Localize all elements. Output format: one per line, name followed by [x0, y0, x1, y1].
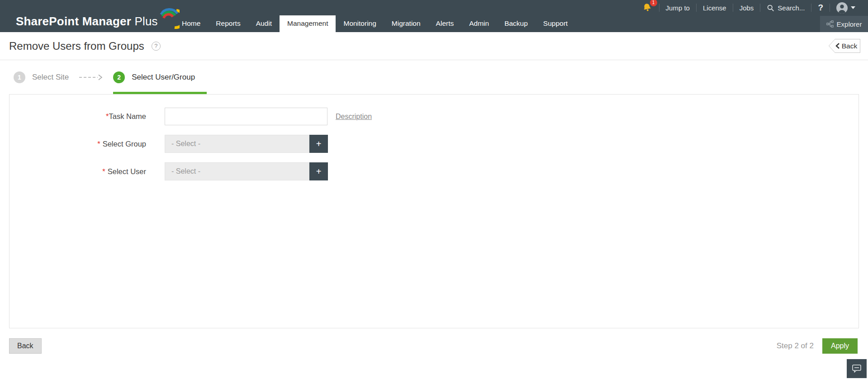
description-link[interactable]: Description	[336, 113, 372, 121]
select-group-row: *Select Group - Select - +	[9, 135, 859, 153]
step-select-user-group[interactable]: 2 Select User/Group	[113, 60, 207, 94]
tab-backup[interactable]: Backup	[497, 15, 536, 32]
apply-button[interactable]: Apply	[822, 338, 858, 354]
back-label: Back	[842, 42, 857, 50]
step-select-site[interactable]: 1 Select Site	[14, 60, 69, 94]
page-title-bar: Remove Users from Groups ? Back	[0, 32, 868, 60]
chevron-down-icon	[851, 6, 855, 9]
utility-bar: 1 Jump to License Jobs Search... ?	[638, 0, 862, 15]
search-button[interactable]: Search...	[760, 3, 811, 12]
page-help-icon[interactable]: ?	[152, 42, 161, 51]
tab-monitoring[interactable]: Monitoring	[336, 15, 384, 32]
tab-audit[interactable]: Audit	[248, 15, 280, 32]
tab-reports[interactable]: Reports	[208, 15, 248, 32]
step-label: Select User/Group	[132, 73, 195, 82]
add-user-button[interactable]: +	[309, 162, 328, 180]
avatar	[836, 2, 848, 14]
user-account-menu[interactable]	[830, 3, 862, 12]
back-button-bottom[interactable]: Back	[9, 338, 42, 354]
tab-migration[interactable]: Migration	[384, 15, 428, 32]
tab-support[interactable]: Support	[536, 15, 575, 32]
select-user-dropdown[interactable]: - Select -	[165, 162, 309, 180]
search-label: Search...	[778, 4, 805, 12]
brand-name: SharePoint Manager Plus	[16, 15, 158, 27]
step-indicator: Step 2 of 2	[777, 341, 814, 351]
task-name-input[interactable]	[165, 108, 327, 125]
back-button-top[interactable]: Back	[829, 39, 860, 53]
app-header: SharePoint Manager Plus 1 Jump to Licens…	[0, 0, 868, 32]
explorer-button[interactable]: Explorer	[820, 16, 868, 32]
tab-management[interactable]: Management	[280, 15, 336, 32]
chat-icon	[852, 364, 862, 373]
task-name-row: *Task Name Description	[9, 108, 859, 125]
required-mark: *	[97, 140, 100, 148]
page-title: Remove Users from Groups	[9, 40, 144, 52]
chevron-left-icon	[835, 43, 840, 49]
search-icon	[767, 4, 774, 12]
select-group-dropdown[interactable]: - Select -	[165, 135, 309, 153]
tab-admin[interactable]: Admin	[461, 15, 497, 32]
select-group-label: *Select Group	[9, 140, 146, 148]
tab-home[interactable]: Home	[174, 15, 208, 32]
step-arrow-icon	[79, 74, 103, 81]
step-number: 2	[113, 71, 125, 83]
step-label: Select Site	[32, 73, 69, 82]
jump-to-menu[interactable]: Jump to	[659, 3, 696, 12]
notifications-button[interactable]: 1	[638, 2, 659, 14]
tab-alerts[interactable]: Alerts	[428, 15, 462, 32]
task-name-label: *Task Name	[9, 112, 146, 121]
feedback-chat-button[interactable]	[847, 359, 867, 378]
select-user-row: *Select User - Select - +	[9, 162, 859, 180]
add-group-button[interactable]: +	[309, 135, 328, 153]
sitemap-icon	[826, 20, 834, 28]
content-panel: *Task Name Description *Select Group - S…	[9, 94, 859, 328]
help-button[interactable]: ?	[811, 3, 830, 12]
required-mark: *	[102, 167, 105, 175]
jobs-menu[interactable]: Jobs	[733, 3, 760, 12]
notification-badge: 1	[650, 0, 657, 6]
main-nav: Home Reports Audit Management Monitoring…	[174, 15, 575, 32]
explorer-label: Explorer	[837, 20, 862, 28]
select-user-label: *Select User	[9, 167, 146, 176]
app-logo[interactable]: SharePoint Manager Plus	[16, 7, 180, 27]
wizard-steps: 1 Select Site 2 Select User/Group	[0, 60, 868, 94]
wizard-footer: Back Step 2 of 2 Apply	[0, 338, 868, 354]
step-number: 1	[14, 71, 25, 83]
license-menu[interactable]: License	[697, 3, 733, 12]
